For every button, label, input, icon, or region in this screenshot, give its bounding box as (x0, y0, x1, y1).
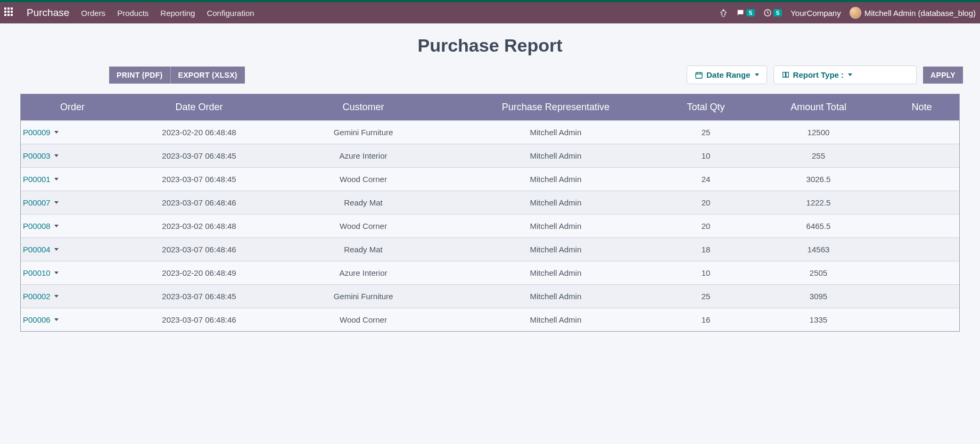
nav-item-reporting[interactable]: Reporting (160, 9, 195, 18)
nav-item-configuration[interactable]: Configuration (207, 9, 254, 18)
chevron-down-icon (54, 295, 59, 298)
cell-rep: Mitchell Admin (452, 261, 659, 285)
apply-button[interactable]: Apply (923, 67, 963, 84)
chevron-down-icon (54, 201, 59, 204)
chevron-down-icon (54, 318, 59, 321)
order-link[interactable]: P00003 (23, 151, 59, 160)
order-id: P00004 (23, 245, 51, 254)
cell-date: 2023-02-20 06:48:48 (124, 121, 274, 144)
order-link[interactable]: P00010 (23, 268, 59, 277)
cell-note (884, 215, 959, 238)
print-pdf-button[interactable]: Print (PDF) (109, 67, 170, 84)
cell-date: 2023-03-07 06:48:46 (124, 238, 274, 261)
cell-qty: 10 (659, 261, 753, 285)
nav-bug-icon[interactable] (719, 9, 728, 17)
activities-badge: 5 (773, 9, 782, 17)
cell-date: 2023-02-20 06:48:49 (124, 261, 274, 285)
chevron-down-icon (54, 225, 59, 227)
chevron-down-icon (54, 154, 59, 157)
nav-activities-icon[interactable]: 5 (763, 9, 782, 17)
order-link[interactable]: P00007 (23, 198, 59, 207)
table-row: P000022023-03-07 06:48:45Gemini Furnitur… (21, 285, 959, 308)
order-link[interactable]: P00002 (23, 292, 59, 301)
table-row: P000102023-02-20 06:48:49Azure InteriorM… (21, 261, 959, 285)
report-type-dropdown[interactable]: Report Type : (773, 65, 917, 84)
order-id: P00008 (23, 221, 51, 231)
cell-amount: 12500 (753, 121, 884, 144)
report-type-label: Report Type : (793, 70, 844, 79)
cell-qty: 25 (659, 285, 753, 308)
report-toolbar: Print (PDF) Export (XLSX) Date Range Rep… (0, 65, 980, 94)
cell-rep: Mitchell Admin (452, 121, 659, 144)
col-header-customer[interactable]: Customer (274, 94, 452, 121)
cell-note (884, 308, 959, 332)
cell-customer: Wood Corner (274, 215, 452, 238)
table-row: P000062023-03-07 06:48:46Wood CornerMitc… (21, 308, 959, 332)
calendar-icon (695, 71, 703, 79)
cell-rep: Mitchell Admin (452, 168, 659, 191)
nav-company-switcher[interactable]: YourCompany (790, 9, 841, 18)
cell-qty: 24 (659, 168, 753, 191)
date-range-label: Date Range (706, 70, 751, 79)
order-id: P00003 (23, 151, 51, 160)
nav-messages-icon[interactable]: 5 (736, 9, 755, 17)
col-header-date[interactable]: Date Order (124, 94, 274, 121)
cell-date: 2023-03-07 06:48:46 (124, 191, 274, 215)
order-link[interactable]: P00001 (23, 175, 59, 184)
order-link[interactable]: P00006 (23, 315, 59, 324)
cell-amount: 1335 (753, 308, 884, 332)
avatar-icon (850, 7, 861, 19)
report-table: Order Date Order Customer Purchase Repre… (20, 94, 960, 332)
table-row: P000092023-02-20 06:48:48Gemini Furnitur… (21, 121, 959, 144)
cell-date: 2023-03-02 06:48:48 (124, 215, 274, 238)
order-link[interactable]: P00004 (23, 245, 59, 254)
chevron-down-icon (54, 178, 59, 180)
cell-customer: Ready Mat (274, 238, 452, 261)
order-link[interactable]: P00009 (23, 128, 59, 137)
cell-rep: Mitchell Admin (452, 285, 659, 308)
apps-menu-icon[interactable] (4, 7, 15, 18)
cell-rep: Mitchell Admin (452, 308, 659, 332)
order-id: P00007 (23, 198, 51, 207)
cell-note (884, 144, 959, 168)
col-header-note[interactable]: Note (884, 94, 959, 121)
nav-user-menu[interactable]: Mitchell Admin (database_blog) (850, 7, 976, 19)
nav-item-orders[interactable]: Orders (81, 9, 105, 18)
cell-note (884, 261, 959, 285)
chevron-down-icon (54, 248, 59, 251)
col-header-amount[interactable]: Amount Total (753, 94, 884, 121)
cell-note (884, 285, 959, 308)
cell-amount: 14563 (753, 238, 884, 261)
table-row: P000082023-03-02 06:48:48Wood CornerMitc… (21, 215, 959, 238)
col-header-order[interactable]: Order (21, 94, 124, 121)
cell-amount: 1222.5 (753, 191, 884, 215)
order-id: P00009 (23, 128, 51, 137)
nav-item-products[interactable]: Products (117, 9, 149, 18)
cell-date: 2023-03-07 06:48:45 (124, 168, 274, 191)
col-header-qty[interactable]: Total Qty (659, 94, 753, 121)
cell-note (884, 191, 959, 215)
cell-qty: 10 (659, 144, 753, 168)
cell-customer: Ready Mat (274, 191, 452, 215)
cell-customer: Azure Interior (274, 261, 452, 285)
svg-rect-1 (696, 72, 702, 78)
nav-user-label: Mitchell Admin (database_blog) (864, 9, 976, 18)
cell-amount: 6465.5 (753, 215, 884, 238)
cell-qty: 20 (659, 215, 753, 238)
cell-note (884, 238, 959, 261)
nav-brand[interactable]: Purchase (27, 7, 69, 19)
cell-customer: Wood Corner (274, 168, 452, 191)
order-id: P00010 (23, 268, 51, 277)
order-link[interactable]: P00008 (23, 221, 59, 231)
chevron-down-icon (848, 73, 852, 76)
cell-customer: Azure Interior (274, 144, 452, 168)
table-row: P000012023-03-07 06:48:45Wood CornerMitc… (21, 168, 959, 191)
date-range-dropdown[interactable]: Date Range (687, 65, 767, 84)
main-navbar: Purchase Orders Products Reporting Confi… (0, 2, 980, 23)
col-header-rep[interactable]: Purchase Representative (452, 94, 659, 121)
export-xlsx-button[interactable]: Export (XLSX) (170, 67, 245, 84)
cell-note (884, 168, 959, 191)
messages-badge: 5 (746, 9, 755, 17)
cell-date: 2023-03-07 06:48:46 (124, 308, 274, 332)
cell-rep: Mitchell Admin (452, 215, 659, 238)
